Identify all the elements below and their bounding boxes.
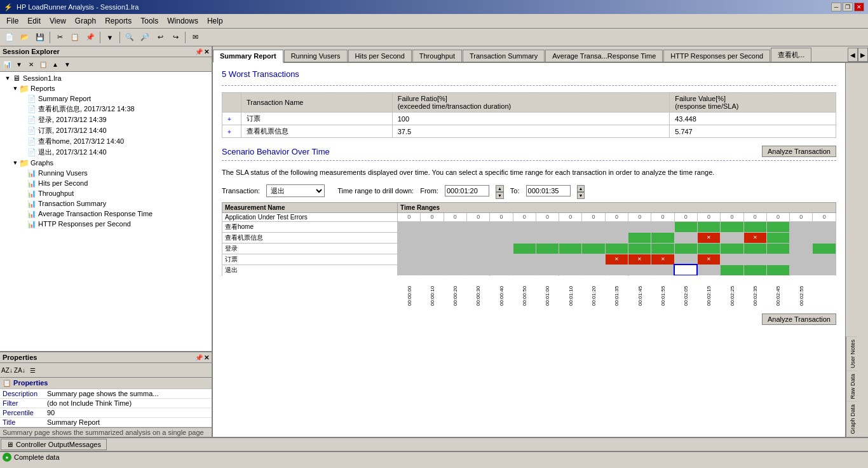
tab-hits-per-second[interactable]: Hits per Second (348, 50, 412, 62)
toolbar-zoom-out[interactable]: 🔎 (138, 31, 152, 45)
tab-http-responses[interactable]: HTTP Responses per Second (663, 50, 770, 62)
to-spin-up[interactable]: ▲ (577, 185, 585, 192)
grid-cell-2-8[interactable] (582, 232, 605, 243)
grid-cell-0-13[interactable]: 0 (697, 212, 720, 221)
grid-cell-3-10[interactable] (628, 243, 651, 254)
tree-graph-4[interactable]: 📊 Average Transaction Response Time (1, 209, 210, 219)
grid-cell-3-1[interactable] (421, 243, 444, 254)
grid-cell-3-13[interactable] (697, 243, 720, 254)
grid-cell-5-3[interactable] (466, 265, 489, 275)
tree-report-3[interactable]: 📄 订票, 2017/3/12 14:40 (1, 125, 210, 136)
tree-report-4[interactable]: 📄 查看home, 2017/3/12 14:40 (1, 136, 210, 147)
toolbar-save[interactable]: 💾 (33, 31, 47, 45)
grid-cell-5-4[interactable] (490, 265, 513, 275)
grid-cell-2-18[interactable] (813, 232, 836, 243)
grid-cell-3-7[interactable] (559, 243, 582, 254)
props-sort-az[interactable]: AZ↓ (1, 364, 13, 376)
tree-summary-report[interactable]: 📄 Summary Report (1, 93, 210, 104)
menu-help[interactable]: Help (203, 15, 227, 27)
tree-graph-3[interactable]: 📊 Transaction Summary (1, 198, 210, 209)
tab-transaction-summary[interactable]: Transaction Summary (463, 50, 545, 62)
grid-cell-0-1[interactable]: 0 (421, 212, 444, 221)
grid-cell-5-11[interactable] (651, 265, 674, 275)
from-spin-down[interactable]: ▼ (496, 192, 504, 199)
grid-cell-5-14[interactable] (721, 265, 743, 275)
grid-cell-5-8[interactable] (582, 265, 605, 275)
grid-cell-5-1[interactable] (421, 265, 444, 275)
tab-chakan[interactable]: 查看机... (771, 48, 811, 62)
menu-file[interactable]: File (3, 15, 22, 27)
grid-cell-0-17[interactable]: 0 (790, 212, 813, 221)
tree-graphs-toggle[interactable]: ▼ (11, 160, 19, 166)
grid-cell-2-13[interactable]: ✕ (697, 232, 720, 243)
grid-cell-4-6[interactable] (536, 254, 559, 265)
grid-cell-5-7[interactable] (559, 265, 582, 275)
grid-cell-2-10[interactable] (628, 232, 651, 243)
tab-running-vusers[interactable]: Running Vusers (284, 50, 348, 62)
grid-cell-3-14[interactable] (721, 243, 743, 254)
grid-cell-3-5[interactable] (513, 243, 536, 254)
grid-cell-2-15[interactable]: ✕ (743, 232, 766, 243)
grid-cell-1-7[interactable] (559, 221, 582, 232)
grid-cell-2-4[interactable] (490, 232, 513, 243)
ex-up[interactable]: ▲ (50, 59, 61, 70)
expand-btn-1[interactable]: + (227, 128, 231, 135)
toolbar-filter[interactable]: ▼ (103, 31, 117, 45)
graph-data-label[interactable]: Graph Data (846, 401, 857, 437)
tree-graph-5[interactable]: 📊 HTTP Responses per Second (1, 219, 210, 229)
to-spin-down[interactable]: ▼ (577, 192, 585, 199)
grid-cell-2-7[interactable] (559, 232, 582, 243)
grid-cell-4-0[interactable] (398, 254, 421, 265)
tab-avg-response[interactable]: Average Transa...Response Time (545, 50, 663, 62)
grid-cell-1-6[interactable] (536, 221, 559, 232)
grid-cell-0-7[interactable]: 0 (559, 212, 582, 221)
grid-cell-0-16[interactable]: 0 (766, 212, 789, 221)
grid-cell-4-10[interactable]: ✕ (628, 254, 651, 265)
props-close-button[interactable]: ✕ (204, 354, 209, 361)
tree-reports-toggle[interactable]: ▼ (11, 85, 19, 92)
grid-cell-3-2[interactable] (444, 243, 466, 254)
props-sort-za[interactable]: ZA↓ (14, 364, 25, 376)
ex-copy[interactable]: 📋 (37, 59, 49, 70)
grid-cell-3-12[interactable] (674, 243, 697, 254)
grid-cell-0-9[interactable]: 0 (605, 212, 628, 221)
toolbar-copy[interactable]: 📋 (68, 31, 82, 45)
toolbar-redo[interactable]: ↪ (168, 31, 182, 45)
grid-cell-0-11[interactable]: 0 (651, 212, 674, 221)
grid-cell-0-2[interactable]: 0 (444, 212, 466, 221)
grid-cell-3-18[interactable] (813, 243, 836, 254)
vertical-scrollbar[interactable] (846, 63, 857, 336)
analyze-transaction-btn-1[interactable]: Analyze Transaction (762, 146, 836, 157)
grid-cell-1-4[interactable] (490, 221, 513, 232)
close-panel-button[interactable]: ✕ (204, 48, 209, 55)
menu-view[interactable]: View (46, 15, 70, 27)
grid-cell-2-5[interactable] (513, 232, 536, 243)
grid-cell-2-3[interactable] (466, 232, 489, 243)
grid-cell-1-14[interactable] (721, 221, 743, 232)
grid-cell-1-0[interactable] (398, 221, 421, 232)
grid-cell-3-15[interactable] (743, 243, 766, 254)
menu-windows[interactable]: Windows (163, 15, 202, 27)
tab-summary-report[interactable]: Summary Report (213, 50, 283, 63)
grid-cell-2-17[interactable] (790, 232, 813, 243)
menu-edit[interactable]: Edit (24, 15, 44, 27)
grid-cell-0-3[interactable]: 0 (466, 212, 489, 221)
grid-cell-5-13[interactable] (697, 265, 720, 275)
grid-cell-1-5[interactable] (513, 221, 536, 232)
toolbar-new[interactable]: 📄 (3, 31, 17, 45)
from-spin[interactable]: ▲ ▼ (496, 185, 504, 196)
grid-cell-3-11[interactable] (651, 243, 674, 254)
to-time-input[interactable] (526, 185, 571, 196)
grid-cell-5-9[interactable] (605, 265, 628, 275)
grid-cell-3-0[interactable] (398, 243, 421, 254)
grid-cell-4-14[interactable] (721, 254, 743, 265)
tab-throughput[interactable]: Throughput (412, 50, 462, 62)
ex-delete[interactable]: ✕ (25, 59, 37, 70)
window-controls[interactable]: ─ ❐ ✕ (831, 3, 864, 11)
grid-cell-5-10[interactable] (628, 265, 651, 275)
grid-cell-4-4[interactable] (490, 254, 513, 265)
toolbar-paste[interactable]: 📌 (83, 31, 97, 45)
grid-cell-5-15[interactable] (743, 265, 766, 275)
grid-cell-2-1[interactable] (421, 232, 444, 243)
grid-cell-1-17[interactable] (790, 221, 813, 232)
